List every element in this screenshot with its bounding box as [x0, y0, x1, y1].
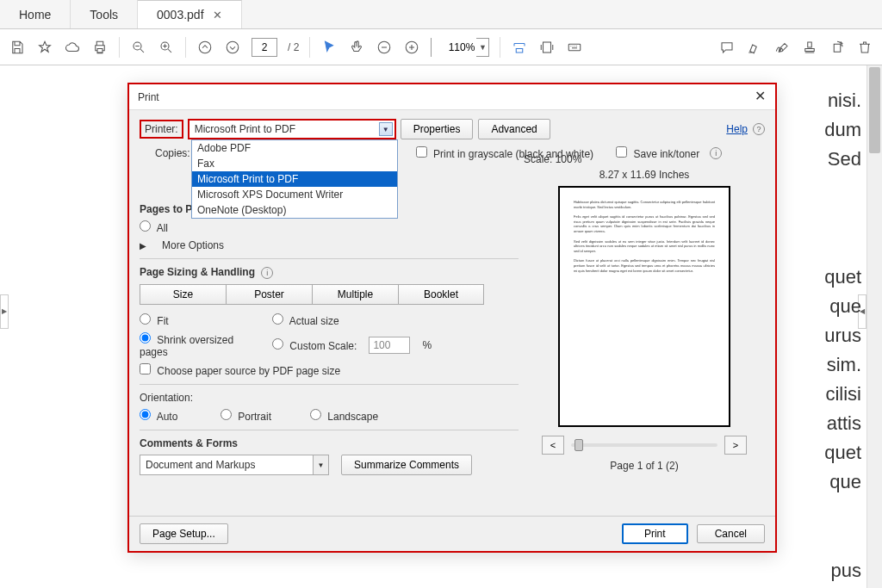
orientation-label: Orientation: — [140, 392, 193, 404]
tab-tools[interactable]: Tools — [71, 0, 138, 28]
zoom-in-icon[interactable] — [158, 39, 175, 56]
zoom-out-icon[interactable] — [130, 39, 147, 56]
comments-forms-heading: Comments & Forms — [140, 437, 238, 449]
rotate-icon[interactable] — [829, 39, 846, 56]
zoom-input[interactable] — [432, 38, 476, 57]
svg-point-2 — [199, 41, 211, 53]
tab-home[interactable]: Home — [0, 0, 71, 28]
left-panel-toggle[interactable]: ▶ — [0, 294, 9, 329]
star-icon[interactable] — [36, 39, 53, 56]
page-setup-button[interactable]: Page Setup... — [140, 523, 228, 544]
app-tabs: Home Tools 0003.pdf ✕ — [0, 0, 882, 29]
delete-icon[interactable] — [856, 39, 873, 56]
dialog-title-text: Print — [138, 91, 159, 103]
keyboard-icon[interactable] — [566, 39, 583, 56]
toolbar: / 2 ▼ — [0, 29, 882, 65]
actual-size-radio[interactable]: Actual size — [272, 313, 339, 327]
help-link[interactable]: Help — [726, 123, 748, 135]
comment-icon[interactable] — [718, 39, 736, 56]
page-total: / 2 — [288, 41, 299, 53]
slider-thumb[interactable] — [575, 439, 583, 451]
pages-all-radio[interactable]: All — [140, 220, 168, 234]
plus-icon[interactable] — [403, 39, 420, 56]
page-up-icon[interactable] — [196, 39, 214, 56]
separator — [309, 37, 310, 58]
svg-point-3 — [227, 41, 239, 53]
preview-page-counter: Page 1 of 1 (2) — [524, 460, 765, 472]
dimensions-label: 8.27 x 11.69 Inches — [524, 169, 765, 181]
help-icon[interactable]: ? — [753, 123, 765, 135]
booklet-button[interactable]: Booklet — [398, 284, 484, 305]
printer-option-adobe[interactable]: Adobe PDF — [192, 140, 397, 156]
orientation-auto-radio[interactable]: Auto — [140, 409, 208, 423]
scrollbar-thumb[interactable] — [869, 67, 880, 153]
cloud-icon[interactable] — [64, 39, 81, 56]
svg-rect-6 — [543, 42, 551, 53]
close-icon[interactable]: ✕ — [751, 88, 768, 104]
close-icon[interactable]: ✕ — [213, 9, 222, 22]
poster-button[interactable]: Poster — [226, 284, 312, 305]
custom-scale-radio[interactable]: Custom Scale: — [272, 338, 357, 352]
orientation-landscape-radio[interactable]: Landscape — [310, 409, 378, 423]
save-icon[interactable] — [9, 39, 26, 56]
advanced-button[interactable]: Advanced — [478, 119, 550, 139]
properties-button[interactable]: Properties — [401, 119, 474, 139]
tab-file-label: 0003.pdf — [157, 8, 204, 22]
hand-icon[interactable] — [348, 39, 365, 56]
summarize-comments-button[interactable]: Summarize Comments — [341, 455, 472, 475]
fit-page-icon[interactable] — [538, 39, 556, 56]
page-down-icon[interactable] — [224, 39, 241, 56]
printer-option-fax[interactable]: Fax — [192, 156, 397, 171]
scale-label: Scale: 100% — [524, 153, 765, 165]
fit-width-icon[interactable] — [511, 39, 528, 56]
preview-next-button[interactable]: > — [724, 436, 747, 455]
page-number-input[interactable] — [252, 38, 277, 57]
size-button[interactable]: Size — [140, 284, 226, 305]
preview-prev-button[interactable]: < — [542, 436, 564, 455]
comments-combo-value: Document and Markups — [146, 459, 255, 471]
printer-dropdown-list: Adobe PDF Fax Microsoft Print to PDF Mic… — [191, 139, 398, 219]
chevron-down-icon[interactable]: ▼ — [476, 43, 488, 52]
more-options-toggle[interactable]: ▶More Options — [140, 239, 519, 251]
page-preview: Habitasse platea dictumst quisque sagitt… — [558, 186, 730, 427]
printer-option-mspdf[interactable]: Microsoft Print to PDF — [192, 171, 397, 187]
choose-paper-checkbox[interactable]: Choose paper source by PDF page size — [140, 363, 340, 377]
svg-rect-7 — [569, 44, 581, 51]
print-dialog: Print ✕ Printer: Microsoft Print to PDF … — [127, 83, 777, 553]
fit-radio[interactable]: Fit — [140, 313, 260, 327]
orientation-portrait-radio[interactable]: Portrait — [220, 409, 298, 423]
printer-dropdown[interactable]: Microsoft Print to PDF ▼ — [189, 120, 395, 139]
minus-icon[interactable] — [376, 39, 393, 56]
svg-rect-8 — [834, 44, 841, 52]
print-button[interactable]: Print — [622, 523, 688, 544]
dialog-title: Print ✕ — [129, 84, 775, 110]
printer-selected-value: Microsoft Print to PDF — [195, 123, 295, 135]
chevron-down-icon[interactable]: ▼ — [379, 122, 393, 136]
pointer-icon[interactable] — [320, 39, 338, 56]
printer-option-xps[interactable]: Microsoft XPS Document Writer — [192, 187, 397, 202]
sign-icon[interactable] — [773, 39, 791, 56]
highlight-icon[interactable] — [746, 39, 763, 56]
separator — [185, 37, 186, 58]
zoom-combo[interactable]: ▼ — [431, 38, 489, 57]
printer-option-onenote[interactable]: OneNote (Desktop) — [192, 202, 397, 218]
info-icon[interactable]: i — [261, 267, 273, 279]
copies-label: Copies: — [155, 147, 190, 159]
printer-label: Printer: — [140, 120, 183, 139]
print-icon[interactable] — [91, 39, 109, 56]
comments-combo[interactable]: Document and Markups ▼ — [140, 455, 329, 475]
tab-file[interactable]: 0003.pdf ✕ — [138, 0, 242, 28]
custom-scale-input[interactable] — [369, 337, 410, 354]
vertical-scrollbar[interactable] — [866, 65, 882, 588]
separator — [500, 37, 500, 58]
page-sizing-heading: Page Sizing & Handling — [140, 266, 255, 278]
multiple-button[interactable]: Multiple — [312, 284, 398, 305]
cancel-button[interactable]: Cancel — [697, 524, 765, 543]
preview-slider[interactable] — [571, 443, 717, 447]
chevron-down-icon[interactable]: ▼ — [313, 455, 328, 474]
shrink-radio[interactable]: Shrink oversized pages — [140, 332, 260, 358]
stamp-icon[interactable] — [801, 39, 818, 56]
separator — [119, 37, 120, 58]
